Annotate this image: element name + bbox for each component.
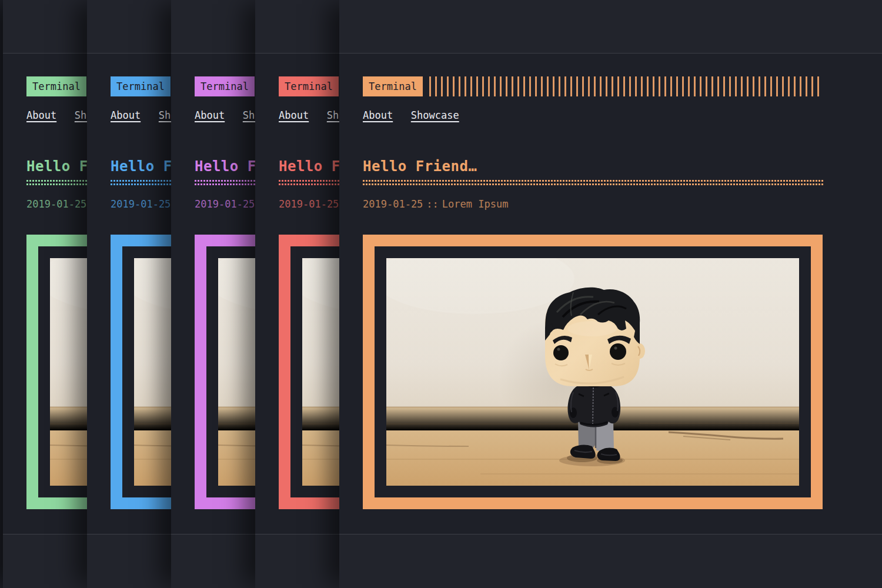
post-date: 2019-01-25 [195, 198, 255, 210]
site-logo[interactable]: Terminal [111, 76, 171, 96]
site-logo[interactable]: Terminal [26, 76, 86, 96]
nav-link-about[interactable]: About [195, 109, 225, 121]
theme-panel-orange: Terminal About Showcase Hello Friend… 20… [339, 0, 882, 588]
meta-separator: :: [426, 198, 438, 210]
site-logo[interactable]: Terminal [279, 76, 339, 96]
site-header: Terminal About Showcase [363, 76, 823, 121]
logo-row: Terminal [363, 76, 823, 96]
post-author: Lorem Ipsum [442, 198, 509, 210]
panel-content: Terminal About Showcase Hello Friend… 20… [363, 76, 823, 509]
nav-link-about[interactable]: About [111, 109, 141, 121]
nav-link-about[interactable]: About [363, 109, 393, 121]
post-date: 2019-01-25 [26, 198, 86, 210]
nav-link-about[interactable]: About [26, 109, 56, 121]
nav-link-about[interactable]: About [279, 109, 309, 121]
post-image-frame [363, 235, 823, 509]
post: Hello Friend… 2019-01-25::Lorem Ipsum [363, 158, 823, 509]
post-date: 2019-01-25 [363, 198, 423, 210]
post-date: 2019-01-25 [279, 198, 339, 210]
post-meta: 2019-01-25::Lorem Ipsum [363, 199, 823, 209]
panel-top-band [339, 0, 882, 54]
nav-link-showcase[interactable]: Showcase [411, 109, 459, 121]
panel-main: Terminal About Showcase Hello Friend… 20… [339, 54, 882, 534]
vertical-bars-decoration [429, 76, 823, 96]
funko-pop-photo [386, 258, 799, 486]
theme-variant-stack: Terminal About Showcase Hello Friend… 20… [0, 0, 882, 588]
panel-bottom-band [339, 534, 882, 588]
site-logo[interactable]: Terminal [195, 76, 255, 96]
site-logo[interactable]: Terminal [363, 76, 423, 96]
site-nav: About Showcase [363, 110, 823, 121]
post-date: 2019-01-25 [111, 198, 171, 210]
dotted-divider [363, 180, 823, 185]
post-title: Hello Friend… [363, 158, 823, 175]
